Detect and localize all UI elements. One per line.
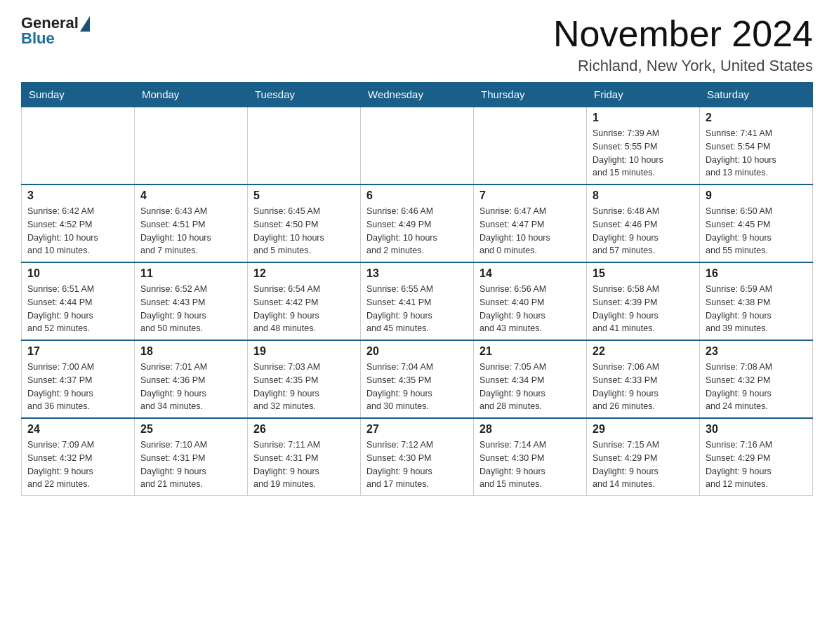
calendar-cell: 28Sunrise: 7:14 AM Sunset: 4:30 PM Dayli… — [474, 418, 587, 496]
day-info: Sunrise: 7:11 AM Sunset: 4:31 PM Dayligh… — [253, 438, 355, 491]
calendar-week-row: 10Sunrise: 6:51 AM Sunset: 4:44 PM Dayli… — [22, 262, 813, 340]
day-info: Sunrise: 7:15 AM Sunset: 4:29 PM Dayligh… — [593, 438, 694, 491]
logo: General Blue — [21, 14, 90, 48]
day-number: 27 — [366, 423, 468, 436]
day-number: 15 — [593, 267, 694, 280]
location-title: Richland, New York, United States — [553, 57, 813, 75]
calendar-header-row: SundayMondayTuesdayWednesdayThursdayFrid… — [22, 83, 813, 107]
day-info: Sunrise: 6:47 AM Sunset: 4:47 PM Dayligh… — [479, 205, 581, 257]
calendar-cell: 9Sunrise: 6:50 AM Sunset: 4:45 PM Daylig… — [700, 185, 813, 262]
calendar-cell: 25Sunrise: 7:10 AM Sunset: 4:31 PM Dayli… — [135, 418, 248, 496]
calendar-header-saturday: Saturday — [700, 83, 813, 107]
day-info: Sunrise: 6:46 AM Sunset: 4:49 PM Dayligh… — [366, 205, 468, 257]
day-info: Sunrise: 7:00 AM Sunset: 4:37 PM Dayligh… — [27, 361, 128, 413]
calendar-cell: 29Sunrise: 7:15 AM Sunset: 4:29 PM Dayli… — [587, 418, 700, 496]
day-info: Sunrise: 6:43 AM Sunset: 4:51 PM Dayligh… — [140, 205, 241, 257]
calendar-cell: 27Sunrise: 7:12 AM Sunset: 4:30 PM Dayli… — [361, 418, 474, 496]
day-info: Sunrise: 6:54 AM Sunset: 4:42 PM Dayligh… — [253, 283, 355, 335]
calendar-cell: 18Sunrise: 7:01 AM Sunset: 4:36 PM Dayli… — [135, 340, 248, 418]
calendar-cell: 8Sunrise: 6:48 AM Sunset: 4:46 PM Daylig… — [587, 185, 700, 262]
calendar-week-row: 3Sunrise: 6:42 AM Sunset: 4:52 PM Daylig… — [22, 185, 813, 262]
day-number: 29 — [593, 423, 694, 436]
day-number: 11 — [140, 267, 241, 280]
calendar-cell — [361, 107, 474, 185]
calendar-header-friday: Friday — [587, 83, 700, 107]
day-info: Sunrise: 7:39 AM Sunset: 5:55 PM Dayligh… — [593, 127, 694, 180]
calendar-header-thursday: Thursday — [474, 83, 587, 107]
day-info: Sunrise: 6:55 AM Sunset: 4:41 PM Dayligh… — [366, 283, 468, 335]
calendar-cell: 10Sunrise: 6:51 AM Sunset: 4:44 PM Dayli… — [22, 262, 135, 340]
day-info: Sunrise: 6:45 AM Sunset: 4:50 PM Dayligh… — [253, 205, 355, 257]
calendar-cell: 24Sunrise: 7:09 AM Sunset: 4:32 PM Dayli… — [22, 418, 135, 496]
calendar-cell: 3Sunrise: 6:42 AM Sunset: 4:52 PM Daylig… — [22, 185, 135, 262]
calendar-week-row: 17Sunrise: 7:00 AM Sunset: 4:37 PM Dayli… — [22, 340, 813, 418]
calendar-cell: 21Sunrise: 7:05 AM Sunset: 4:34 PM Dayli… — [474, 340, 587, 418]
day-number: 23 — [706, 345, 807, 358]
day-number: 1 — [593, 112, 694, 124]
day-number: 18 — [140, 345, 241, 358]
day-info: Sunrise: 7:16 AM Sunset: 4:29 PM Dayligh… — [706, 438, 807, 491]
day-number: 21 — [479, 345, 581, 358]
day-number: 28 — [479, 423, 581, 436]
calendar-cell: 13Sunrise: 6:55 AM Sunset: 4:41 PM Dayli… — [361, 262, 474, 340]
calendar-cell — [248, 107, 361, 185]
day-info: Sunrise: 7:10 AM Sunset: 4:31 PM Dayligh… — [140, 438, 241, 491]
day-number: 17 — [27, 345, 128, 358]
calendar-cell: 7Sunrise: 6:47 AM Sunset: 4:47 PM Daylig… — [474, 185, 587, 262]
calendar-cell — [22, 107, 135, 185]
day-number: 2 — [706, 112, 807, 124]
day-info: Sunrise: 6:48 AM Sunset: 4:46 PM Dayligh… — [593, 205, 694, 257]
day-info: Sunrise: 6:58 AM Sunset: 4:39 PM Dayligh… — [593, 283, 694, 335]
calendar-cell: 26Sunrise: 7:11 AM Sunset: 4:31 PM Dayli… — [248, 418, 361, 496]
day-info: Sunrise: 6:52 AM Sunset: 4:43 PM Dayligh… — [140, 283, 241, 335]
calendar-table: SundayMondayTuesdayWednesdayThursdayFrid… — [21, 82, 813, 496]
calendar-cell: 2Sunrise: 7:41 AM Sunset: 5:54 PM Daylig… — [700, 107, 813, 185]
day-info: Sunrise: 6:50 AM Sunset: 4:45 PM Dayligh… — [706, 205, 807, 257]
day-info: Sunrise: 6:56 AM Sunset: 4:40 PM Dayligh… — [479, 283, 581, 335]
calendar-cell: 5Sunrise: 6:45 AM Sunset: 4:50 PM Daylig… — [248, 185, 361, 262]
calendar-header-monday: Monday — [135, 83, 248, 107]
day-number: 5 — [253, 189, 355, 202]
calendar-cell: 19Sunrise: 7:03 AM Sunset: 4:35 PM Dayli… — [248, 340, 361, 418]
month-title: November 2024 — [553, 14, 813, 54]
day-info: Sunrise: 7:08 AM Sunset: 4:32 PM Dayligh… — [706, 361, 807, 413]
day-info: Sunrise: 7:14 AM Sunset: 4:30 PM Dayligh… — [479, 438, 581, 491]
calendar-cell: 15Sunrise: 6:58 AM Sunset: 4:39 PM Dayli… — [587, 262, 700, 340]
day-number: 10 — [27, 267, 128, 280]
day-number: 30 — [706, 423, 807, 436]
day-info: Sunrise: 6:51 AM Sunset: 4:44 PM Dayligh… — [27, 283, 128, 335]
day-info: Sunrise: 6:59 AM Sunset: 4:38 PM Dayligh… — [706, 283, 807, 335]
day-number: 24 — [27, 423, 128, 436]
calendar-cell: 30Sunrise: 7:16 AM Sunset: 4:29 PM Dayli… — [700, 418, 813, 496]
day-number: 7 — [479, 189, 581, 202]
calendar-cell: 12Sunrise: 6:54 AM Sunset: 4:42 PM Dayli… — [248, 262, 361, 340]
day-info: Sunrise: 7:03 AM Sunset: 4:35 PM Dayligh… — [253, 361, 355, 413]
day-info: Sunrise: 7:09 AM Sunset: 4:32 PM Dayligh… — [27, 438, 128, 491]
day-info: Sunrise: 7:05 AM Sunset: 4:34 PM Dayligh… — [479, 361, 581, 413]
day-number: 22 — [593, 345, 694, 358]
calendar-cell: 23Sunrise: 7:08 AM Sunset: 4:32 PM Dayli… — [700, 340, 813, 418]
calendar-cell: 22Sunrise: 7:06 AM Sunset: 4:33 PM Dayli… — [587, 340, 700, 418]
calendar-cell: 6Sunrise: 6:46 AM Sunset: 4:49 PM Daylig… — [361, 185, 474, 262]
day-number: 16 — [706, 267, 807, 280]
day-info: Sunrise: 7:01 AM Sunset: 4:36 PM Dayligh… — [140, 361, 241, 413]
day-number: 14 — [479, 267, 581, 280]
day-info: Sunrise: 6:42 AM Sunset: 4:52 PM Dayligh… — [27, 205, 128, 257]
calendar-cell — [135, 107, 248, 185]
calendar-header-tuesday: Tuesday — [248, 83, 361, 107]
calendar-cell: 14Sunrise: 6:56 AM Sunset: 4:40 PM Dayli… — [474, 262, 587, 340]
calendar-cell: 4Sunrise: 6:43 AM Sunset: 4:51 PM Daylig… — [135, 185, 248, 262]
day-number: 3 — [27, 189, 128, 202]
day-number: 13 — [366, 267, 468, 280]
day-info: Sunrise: 7:06 AM Sunset: 4:33 PM Dayligh… — [593, 361, 694, 413]
day-number: 25 — [140, 423, 241, 436]
calendar-week-row: 1Sunrise: 7:39 AM Sunset: 5:55 PM Daylig… — [22, 107, 813, 185]
calendar-cell: 17Sunrise: 7:00 AM Sunset: 4:37 PM Dayli… — [22, 340, 135, 418]
day-number: 4 — [140, 189, 241, 202]
page-header: General Blue November 2024 Richland, New… — [21, 14, 813, 75]
calendar-cell: 20Sunrise: 7:04 AM Sunset: 4:35 PM Dayli… — [361, 340, 474, 418]
day-number: 20 — [366, 345, 468, 358]
calendar-cell — [474, 107, 587, 185]
title-block: November 2024 Richland, New York, United… — [553, 14, 813, 75]
calendar-cell: 1Sunrise: 7:39 AM Sunset: 5:55 PM Daylig… — [587, 107, 700, 185]
